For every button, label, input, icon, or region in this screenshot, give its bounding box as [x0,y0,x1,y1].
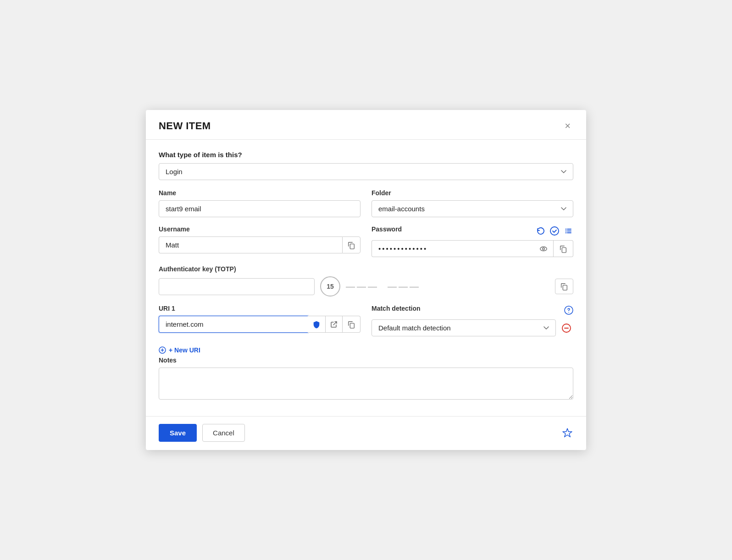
new-uri-button[interactable]: + New URI [159,344,200,357]
totp-timer: 15 [320,276,340,296]
svg-point-8 [540,247,547,251]
svg-line-12 [333,322,337,325]
password-col: Password [372,225,573,257]
item-type-section: What type of item is this? Login Secure … [159,151,573,180]
notes-input[interactable] [159,368,573,400]
modal-body: What type of item is this? Login Secure … [146,140,586,416]
cancel-button[interactable]: Cancel [202,424,245,442]
folder-label: Folder [372,189,573,197]
footer-actions: Save Cancel [159,424,245,442]
svg-rect-11 [563,285,567,290]
svg-point-5 [566,229,566,230]
totp-section: Authenticator key (TOTP) 15 ——— ——— [159,265,573,296]
password-header: Password [372,225,573,236]
svg-rect-0 [350,244,354,249]
username-label: Username [159,225,360,233]
match-detection-row: Default match detection Base domain Host… [372,319,573,336]
password-label: Password [372,225,402,233]
copy-username-button[interactable] [342,236,360,253]
uri-shield-icon [308,316,326,333]
password-options-button[interactable] [563,226,573,236]
svg-point-6 [566,231,566,231]
copy-password-button[interactable] [554,240,573,257]
password-icons [536,226,573,236]
match-detection-label: Match detection [372,305,421,312]
folder-select[interactable]: No Folder email-accounts [372,200,573,217]
open-uri-button[interactable] [326,316,343,333]
close-button[interactable]: × [562,120,573,132]
totp-input[interactable] [159,278,315,295]
name-label: Name [159,189,360,197]
modal-title: NEW ITEM [159,120,211,132]
favorite-button[interactable] [561,427,573,439]
password-input[interactable] [372,240,534,257]
check-password-button[interactable] [549,226,560,236]
svg-point-7 [566,232,566,233]
copy-totp-button[interactable] [555,279,573,294]
match-detection-help-button[interactable] [564,306,573,315]
new-uri-wrapper: + New URI [159,344,573,357]
svg-point-9 [543,247,545,250]
username-input[interactable] [159,236,342,253]
toggle-password-button[interactable] [534,240,554,257]
remove-uri-button[interactable] [560,321,573,335]
password-input-group [372,240,573,257]
svg-rect-13 [350,323,354,328]
username-input-group [159,236,360,253]
save-button[interactable]: Save [159,424,197,442]
modal-header: NEW ITEM × [146,110,586,140]
svg-point-15 [568,312,569,313]
totp-label: Authenticator key (TOTP) [159,265,573,273]
username-col: Username [159,225,360,257]
modal-footer: Save Cancel [146,416,586,450]
new-item-modal: NEW ITEM × What type of item is this? Lo… [146,110,586,450]
copy-uri-button[interactable] [343,316,360,333]
regenerate-password-button[interactable] [536,226,546,236]
type-question: What type of item is this? [159,151,573,159]
uri-section: URI 1 [159,305,573,336]
totp-row: 15 ——— ——— [159,276,573,296]
match-detection-header: Match detection [372,305,573,316]
name-folder-row: Name Folder No Folder email-accounts [159,189,573,217]
name-col: Name [159,189,360,217]
name-input[interactable] [159,200,360,217]
uri-row: URI 1 [159,305,573,336]
notes-label: Notes [159,357,573,364]
uri-input[interactable] [159,316,308,333]
totp-dashes: ——— ——— [346,281,549,292]
uri-input-group [159,316,360,333]
uri-label: URI 1 [159,305,360,312]
uri-left: URI 1 [159,305,360,333]
svg-point-1 [550,227,559,235]
match-detection-select[interactable]: Default match detection Base domain Host… [372,319,556,336]
uri-right: Match detection Default match detection [372,305,573,336]
notes-section: Notes [159,357,573,401]
item-type-select[interactable]: Login Secure Note Card Identity [159,163,573,180]
username-password-row: Username Password [159,225,573,257]
totp-input-wrapper [159,278,315,295]
new-uri-label: + New URI [169,346,200,354]
svg-rect-10 [562,247,566,253]
folder-col: Folder No Folder email-accounts [372,189,573,217]
